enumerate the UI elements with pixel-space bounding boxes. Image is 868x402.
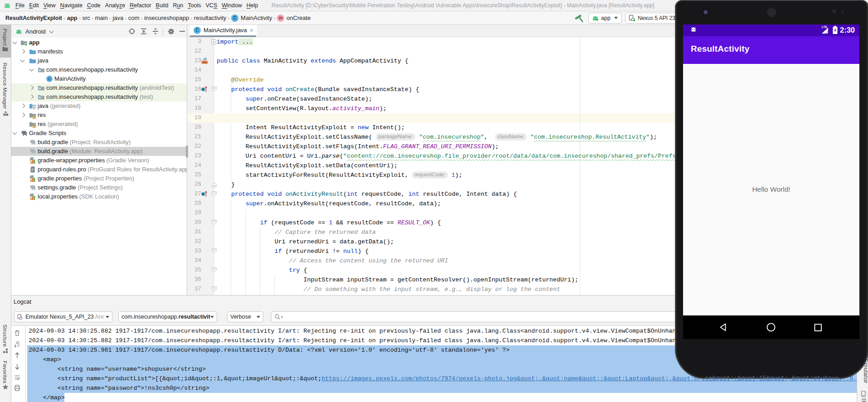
svg-text:C: C [48, 76, 51, 81]
svg-text:<>: <> [203, 61, 206, 64]
